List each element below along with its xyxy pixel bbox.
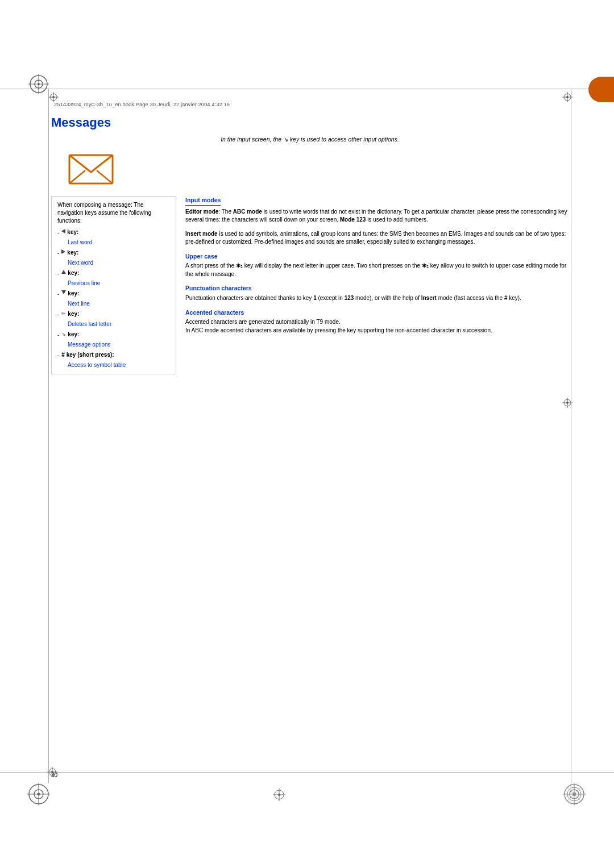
bottom-line bbox=[0, 772, 614, 773]
accented-text-1: Accented characters are generated automa… bbox=[185, 319, 341, 325]
mode-123-label: Mode 123 bbox=[340, 216, 366, 223]
key-item-prev-line: - key: bbox=[57, 269, 170, 278]
punctuation-text: Punctuation characters are obtained than… bbox=[185, 294, 569, 303]
punctuation-heading: Punctuation characters bbox=[185, 284, 569, 293]
abc-mode-label: ABC mode bbox=[233, 208, 262, 215]
dash-1: - bbox=[57, 229, 59, 237]
editor-mode-label: Editor mode bbox=[185, 208, 218, 215]
insert-ref: Insert bbox=[421, 295, 437, 301]
left-vertical-line bbox=[48, 89, 49, 783]
key-item-last-word: - key: bbox=[57, 228, 170, 237]
key-subtext-delete: Deletes last letter bbox=[68, 320, 170, 328]
mode-123-ref: 123 bbox=[345, 295, 354, 301]
key-subtext-next-word: Next word bbox=[68, 259, 170, 267]
key-label-2: key: bbox=[67, 249, 78, 256]
dash-3: - bbox=[57, 270, 59, 278]
dash-7: - bbox=[57, 352, 59, 360]
dash-2: - bbox=[57, 249, 59, 257]
key-label-4: key: bbox=[68, 290, 79, 297]
dash-5: - bbox=[57, 311, 59, 319]
reg-mark-right-mid bbox=[562, 398, 572, 409]
key-subtext-last-word: Last word bbox=[68, 239, 170, 247]
right-column: Input modes Editor mode: The ABC mode is… bbox=[185, 196, 569, 340]
key-label-7: # key (short press): bbox=[61, 352, 114, 358]
pencil-icon: ✏ bbox=[61, 310, 66, 318]
input-modes-heading: Input modes bbox=[185, 196, 221, 206]
key-item-delete: - ✏ key: bbox=[57, 310, 170, 319]
key-subtext-next-line: Next line bbox=[68, 300, 170, 308]
hash-ref: # bbox=[504, 295, 508, 301]
svg-line-15 bbox=[97, 170, 113, 183]
key-label-1: key: bbox=[67, 229, 78, 235]
reg-mark-bottom-center bbox=[273, 788, 285, 802]
key-item-next-line: - key: bbox=[57, 290, 170, 298]
accented-text-2: In ABC mode accented characters are avai… bbox=[185, 327, 492, 333]
reg-mark-bottom-right bbox=[563, 783, 586, 807]
key-1-label: 1 bbox=[313, 295, 317, 301]
page-title: Messages bbox=[51, 115, 569, 130]
key-subtext-prev-line: Previous line bbox=[68, 279, 170, 287]
reg-mark-bottom-left bbox=[27, 783, 50, 807]
two-column-layout: When composing a message: The navigation… bbox=[51, 196, 569, 374]
orange-tab bbox=[588, 77, 614, 102]
print-line-top bbox=[0, 89, 614, 89]
reg-mark-bottom-left-inner bbox=[47, 767, 57, 778]
accented-heading: Accented characters bbox=[185, 308, 569, 317]
file-info: 251433924_myC-3b_1u_en.book Page 30 Jeud… bbox=[54, 101, 569, 107]
right-vertical-line bbox=[571, 89, 571, 783]
left-col-intro: When composing a message: The navigation… bbox=[57, 201, 170, 225]
upper-case-text: A short press of the ✱₂ key will display… bbox=[185, 262, 569, 278]
caret-icon: ↘ bbox=[61, 331, 66, 338]
svg-line-14 bbox=[69, 170, 85, 183]
arrow-left-icon bbox=[61, 229, 65, 233]
dash-6: - bbox=[57, 331, 59, 339]
dash-4: - bbox=[57, 290, 59, 298]
arrow-right-icon bbox=[61, 249, 65, 254]
upper-case-heading: Upper case bbox=[185, 252, 569, 261]
accented-text: Accented characters are generated automa… bbox=[185, 318, 569, 335]
key-subtext-options: Message options bbox=[68, 341, 170, 349]
left-column: When composing a message: The navigation… bbox=[51, 196, 176, 374]
key-label-5: key: bbox=[68, 311, 79, 317]
envelope-container bbox=[68, 151, 569, 186]
page-container: 251433924_myC-3b_1u_en.book Page 30 Jeud… bbox=[0, 0, 614, 868]
key-subtext-hash: Access to symbol table bbox=[68, 361, 170, 369]
key-item-options: - ↘ key: bbox=[57, 331, 170, 339]
arrow-down-icon bbox=[61, 290, 66, 294]
insert-mode-label: Insert mode bbox=[185, 231, 218, 237]
editor-mode-text: Editor mode: The ABC mode is used to wri… bbox=[185, 208, 569, 224]
content-area: 251433924_myC-3b_1u_en.book Page 30 Jeud… bbox=[51, 101, 569, 374]
key-label-6: key: bbox=[68, 331, 79, 337]
insert-mode-text: Insert mode is used to add symbols, anim… bbox=[185, 230, 569, 247]
key-item-hash: - # key (short press): bbox=[57, 351, 170, 360]
key-label-3: key: bbox=[68, 270, 79, 276]
key-item-next-word: - key: bbox=[57, 249, 170, 257]
italic-note: In the input screen, the ↘ key is used t… bbox=[51, 136, 569, 143]
arrow-up-icon bbox=[61, 270, 66, 274]
reg-mark-top-left bbox=[28, 74, 49, 95]
